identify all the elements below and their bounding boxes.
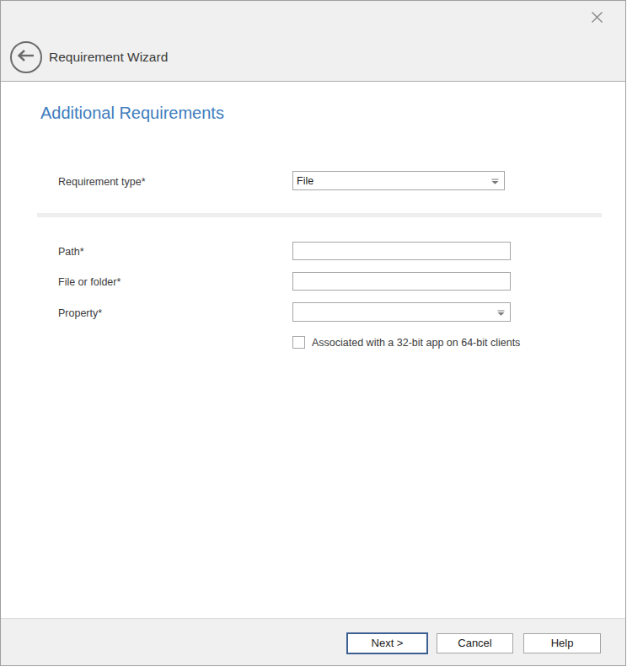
page-title: Additional Requirements bbox=[40, 104, 224, 123]
requirement-type-label: Requirement type* bbox=[58, 176, 146, 188]
next-button[interactable]: Next > bbox=[346, 632, 428, 654]
dialog-title: Requirement Wizard bbox=[49, 50, 168, 65]
help-button[interactable]: Help bbox=[523, 633, 601, 653]
requirement-type-dropdown[interactable]: File bbox=[292, 171, 505, 190]
chevron-down-icon bbox=[497, 307, 505, 318]
associated-checkbox-row: Associated with a 32-bit app on 64-bit c… bbox=[292, 336, 520, 349]
property-dropdown[interactable] bbox=[292, 302, 511, 322]
back-button[interactable] bbox=[10, 41, 42, 73]
associated-checkbox-label: Associated with a 32-bit app on 64-bit c… bbox=[312, 337, 520, 349]
screen: Requirement Wizard Additional Requiremen… bbox=[0, 0, 627, 672]
cancel-button[interactable]: Cancel bbox=[437, 633, 513, 653]
dialog-footer: Next > Cancel Help bbox=[1, 618, 625, 665]
path-label: Path* bbox=[58, 246, 84, 258]
chevron-down-icon bbox=[491, 175, 499, 187]
file-or-folder-input[interactable] bbox=[292, 272, 511, 291]
section-divider bbox=[37, 213, 602, 217]
requirement-type-value: File bbox=[297, 175, 491, 187]
dialog-header: Requirement Wizard bbox=[1, 1, 625, 82]
file-or-folder-label: File or folder* bbox=[58, 276, 121, 288]
close-icon[interactable] bbox=[588, 8, 605, 25]
property-label: Property* bbox=[58, 307, 102, 319]
path-input[interactable] bbox=[292, 242, 511, 260]
back-arrow-icon bbox=[17, 50, 35, 65]
requirement-wizard-dialog: Requirement Wizard Additional Requiremen… bbox=[0, 0, 626, 666]
associated-checkbox[interactable] bbox=[292, 336, 305, 349]
